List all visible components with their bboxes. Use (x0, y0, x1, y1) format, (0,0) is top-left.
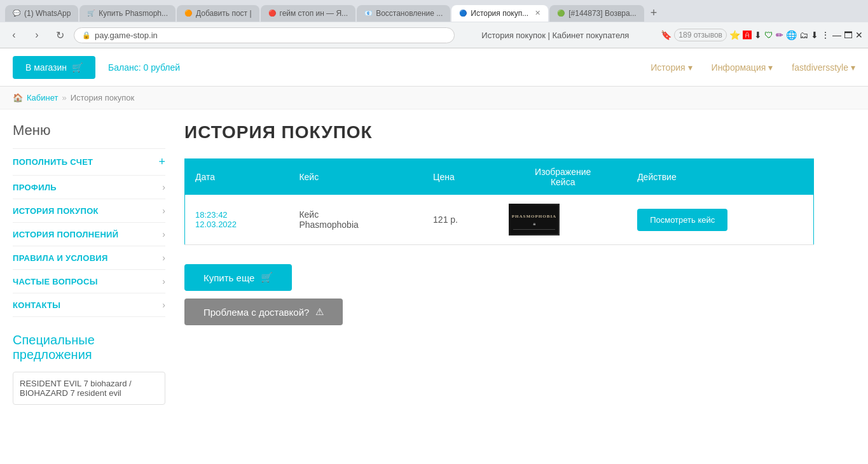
download2-icon[interactable]: ⬇ (811, 30, 818, 40)
sidebar-item-history[interactable]: ИСТОРИЯ ПОКУПОК › (13, 199, 165, 223)
tab-close-history[interactable]: ✕ (535, 9, 541, 17)
close-window-icon[interactable]: ✕ (855, 30, 863, 40)
tab-history[interactable]: 🔵 История покуп... ✕ (451, 5, 548, 22)
svg-rect-0 (510, 205, 558, 234)
browser-extensions: 🔖 189 отзывов ⭐ 🅰 ⬇ 🛡 ✏ 🌐 🗂 ⬇ ⋮ — 🗖 ✕ (661, 29, 863, 41)
sidebar-item-icon-history: › (162, 206, 165, 216)
ext-red-icon[interactable]: 🅰 (743, 30, 752, 40)
balance-display: Баланс: 0 рублей (108, 62, 180, 73)
breadcrumb-home-icon: 🏠 (13, 93, 23, 102)
maximize-icon[interactable]: 🗖 (844, 30, 853, 40)
table-header: Дата Кейс Цена Изображение Кейса Действи… (185, 159, 814, 195)
forward-button[interactable]: › (28, 26, 46, 44)
address-text: pay.game-stop.in (95, 31, 158, 40)
purchase-image-cell: PHASMOPHOBIA ☠ (499, 195, 627, 245)
tab-ticket[interactable]: 🟢 [#144873] Возвра... (549, 5, 644, 22)
tab-label-post: Добавить пост | (196, 9, 252, 18)
case-name-line1: Кейс (299, 209, 413, 220)
ext-card-icon[interactable]: 🗂 (799, 30, 808, 40)
page-header: В магазин 🛒 Баланс: 0 рублей История ▾ И… (0, 48, 868, 87)
buy-more-cart-icon: 🛒 (261, 272, 273, 283)
store-button[interactable]: В магазин 🛒 (13, 56, 95, 79)
problem-label: Проблема с доставкой? (203, 307, 309, 318)
ext-purple-icon[interactable]: ✏ (776, 30, 783, 40)
sidebar-item-faq[interactable]: ЧАСТЫЕ ВОПРОСЫ › (13, 270, 165, 293)
new-tab-button[interactable]: + (645, 4, 663, 22)
bookmark2-icon[interactable]: ⭐ (729, 30, 740, 40)
menu-icon[interactable]: ⋮ (821, 30, 830, 40)
sidebar-item-label-topup: ПОПОЛНИТЬ СЧЕТ (13, 157, 93, 167)
purchase-time: 18:23:42 (195, 210, 279, 220)
table-actions: Купить еще 🛒 Проблема с доставкой? ⚠ (184, 264, 814, 325)
nav-bar: ‹ › ↻ 🔒 pay.game-stop.in История покупок… (0, 22, 868, 48)
breadcrumb-current: История покупок (71, 93, 135, 102)
sidebar-item-topup[interactable]: ПОПОЛНИТЬ СЧЕТ + (13, 149, 165, 176)
nav-arrow-history: ▾ (688, 62, 692, 73)
back-button[interactable]: ‹ (5, 26, 23, 44)
tab-favicon-whatsapp: 💬 (13, 10, 20, 17)
problem-button[interactable]: Проблема с доставкой? ⚠ (184, 299, 343, 325)
nav-label-user: fastdiversstyle (792, 62, 848, 73)
tab-label-phasmophobia: Купить Phasmoph... (99, 9, 168, 18)
cart-icon-header: 🛒 (72, 62, 83, 73)
lock-icon: 🔒 (82, 31, 91, 39)
tab-favicon-phasmophobia: 🛒 (87, 10, 95, 17)
tab-phasmophobia[interactable]: 🛒 Купить Phasmoph... (79, 5, 176, 22)
tab-post[interactable]: 🟠 Добавить пост | (177, 5, 259, 22)
ext-green-icon[interactable]: 🛡 (764, 30, 773, 40)
sidebar: Меню ПОПОЛНИТЬ СЧЕТ + ПРОФИЛЬ › ИСТОРИЯ … (13, 122, 165, 405)
sidebar-item-profile[interactable]: ПРОФИЛЬ › (13, 176, 165, 199)
col-header-image-line2: Кейса (551, 177, 575, 187)
main-layout: Меню ПОПОЛНИТЬ СЧЕТ + ПРОФИЛЬ › ИСТОРИЯ … (0, 109, 827, 418)
svg-text:PHASMOPHOBIA: PHASMOPHOBIA (512, 214, 556, 219)
download-icon[interactable]: ⬇ (754, 30, 762, 40)
minimize-icon[interactable]: — (832, 30, 841, 40)
sidebar-item-icon-topup: + (158, 155, 165, 169)
nav-item-info[interactable]: Информация ▾ (712, 62, 773, 73)
tab-whatsapp[interactable]: 💬 (1) WhatsApp (5, 5, 78, 22)
tab-label-history: История покуп... (471, 9, 528, 18)
page-title-display: История покупок | Кабинет покупателя (460, 31, 651, 40)
tab-restore[interactable]: 📧 Восстановление ... (357, 5, 450, 22)
col-header-price: Цена (423, 159, 499, 195)
table-body: 18:23:42 12.03.2022 Кейс Phasmophobia 12… (185, 195, 814, 245)
sidebar-item-label-faq: ЧАСТЫЕ ВОПРОСЫ (13, 277, 98, 286)
tab-favicon-ticket: 🟢 (557, 10, 565, 17)
col-header-date: Дата (185, 159, 289, 195)
reviews-badge[interactable]: 189 отзывов (674, 29, 727, 41)
sidebar-item-label-rules: ПРАВИЛА И УСЛОВИЯ (13, 253, 108, 263)
sidebar-title: Меню (13, 122, 165, 139)
svg-rect-3 (513, 229, 555, 230)
page-heading: ИСТОРИЯ ПОКУПОК (184, 122, 814, 143)
purchase-date: 18:23:42 12.03.2022 (185, 195, 289, 245)
breadcrumb: 🏠 Кабинет » История покупок (0, 87, 868, 109)
reload-button[interactable]: ↻ (51, 26, 69, 44)
breadcrumb-home-link[interactable]: Кабинет (27, 93, 58, 102)
svg-text:☠: ☠ (533, 222, 536, 226)
browser-chrome: 💬 (1) WhatsApp 🛒 Купить Phasmoph... 🟠 До… (0, 0, 868, 48)
tab-gamestop[interactable]: 🔴 гейм стоп ин — Я... (261, 5, 356, 22)
special-offer-card[interactable]: RESIDENT EVIL 7 biohazard / BIOHAZARD 7 … (13, 372, 165, 405)
table-header-row: Дата Кейс Цена Изображение Кейса Действи… (185, 159, 814, 195)
ext-globe-icon[interactable]: 🌐 (786, 30, 797, 40)
col-header-image: Изображение Кейса (499, 159, 627, 195)
nav-item-history[interactable]: История ▾ (651, 62, 692, 73)
sidebar-item-contacts[interactable]: КОНТАКТЫ › (13, 293, 165, 317)
header-left: В магазин 🛒 Баланс: 0 рублей (13, 56, 180, 79)
tab-favicon-restore: 📧 (364, 10, 372, 17)
view-case-button[interactable]: Посмотреть кейс (637, 209, 727, 231)
buy-more-button[interactable]: Купить еще 🛒 (184, 264, 292, 291)
purchase-price: 121 р. (423, 195, 499, 245)
sidebar-item-topup-history[interactable]: ИСТОРИЯ ПОПОЛНЕНИЙ › (13, 223, 165, 246)
nav-item-user[interactable]: fastdiversstyle ▾ (792, 62, 855, 73)
header-nav: История ▾ Информация ▾ fastdiversstyle ▾ (651, 62, 855, 73)
nav-arrow-user: ▾ (851, 62, 855, 73)
bookmark-icon[interactable]: 🔖 (661, 30, 672, 40)
address-bar[interactable]: 🔒 pay.game-stop.in (74, 27, 455, 43)
purchase-date-value: 12.03.2022 (195, 220, 279, 229)
sidebar-item-rules[interactable]: ПРАВИЛА И УСЛОВИЯ › (13, 246, 165, 270)
nav-label-info: Информация (712, 62, 766, 73)
col-header-action: Действие (627, 159, 813, 195)
tab-label-gamestop: гейм стоп ин — Я... (280, 9, 348, 18)
tab-bar: 💬 (1) WhatsApp 🛒 Купить Phasmoph... 🟠 До… (0, 0, 868, 22)
